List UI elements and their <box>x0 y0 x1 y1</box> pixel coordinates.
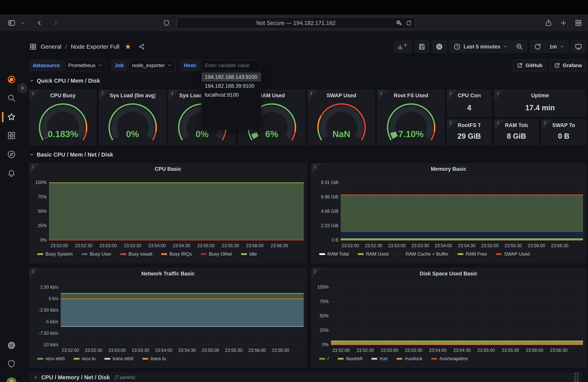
host-variable-input[interactable] <box>201 60 261 71</box>
refresh-button[interactable] <box>530 41 545 53</box>
legend-item[interactable]: recv eth0 <box>37 356 65 361</box>
add-panel-button[interactable] <box>394 41 412 53</box>
tab-overview-icon[interactable] <box>575 19 582 27</box>
panel-info-corner[interactable] <box>542 120 552 130</box>
translate-icon[interactable] <box>396 20 403 26</box>
browser-back-icon[interactable] <box>36 20 43 26</box>
plot-area[interactable] <box>61 287 304 345</box>
panel-info-corner[interactable] <box>447 120 458 130</box>
legend-item[interactable]: trans lo <box>142 356 166 361</box>
grafana-logo-icon[interactable] <box>6 74 17 85</box>
panel-info-corner[interactable] <box>312 268 322 278</box>
info-icon: i <box>314 269 315 274</box>
row-basic-cpu-mem-net-disk[interactable]: Basic CPU / Mem / Net / Disk <box>29 151 586 158</box>
panel-title[interactable]: Sys Load (5m avg) <box>110 93 155 99</box>
row-drag-handle[interactable] <box>574 373 578 382</box>
y-axis-label: 0 B <box>314 237 338 243</box>
legend-item[interactable]: Busy User <box>82 251 111 257</box>
zoom-out-button[interactable] <box>512 41 527 53</box>
legend-item[interactable]: /run/snapd/ns <box>431 356 468 361</box>
save-dashboard-button[interactable] <box>414 41 429 53</box>
sidebar-item-explore[interactable] <box>6 149 17 159</box>
legend-item[interactable]: RAM Used <box>358 251 388 257</box>
legend-item[interactable]: RAM Total <box>319 251 349 257</box>
plot-area[interactable] <box>341 183 583 240</box>
search-icon[interactable] <box>6 93 17 103</box>
legend-item[interactable]: trans eth0 <box>105 356 133 361</box>
breadcrumb-folder[interactable]: General <box>41 43 62 50</box>
collapsed-row-cpu-memory-net-disk[interactable]: CPU / Memory / Net / Disk (7 panels) <box>29 373 582 382</box>
legend-item[interactable]: Busy IRQs <box>161 251 192 257</box>
panel-info-corner[interactable] <box>494 120 505 130</box>
panel-title[interactable]: CPU Basic <box>40 166 296 172</box>
breadcrumb-title[interactable]: Node Exporter Full <box>71 43 119 50</box>
panel-title[interactable]: Network Traffic Basic <box>40 271 296 277</box>
panel-title[interactable]: CPU Cores <box>458 93 481 99</box>
x-axis-label: 23:52:00 <box>332 348 350 353</box>
new-tab-icon[interactable] <box>560 20 567 26</box>
host-option[interactable]: localhost:9100 <box>202 90 261 99</box>
sidebar-item-alerting[interactable] <box>6 168 17 178</box>
panel-title[interactable]: Root FS Used <box>388 93 434 99</box>
panel-title[interactable]: CPU Busy <box>40 93 86 99</box>
dashboard-settings-button[interactable] <box>432 41 447 53</box>
legend-item[interactable]: RAM Free <box>458 251 487 257</box>
legend-item[interactable]: /run <box>371 356 388 361</box>
panel-title[interactable]: SWAP Used <box>318 93 364 99</box>
host-option[interactable]: 194.182.168.39:9100 <box>202 82 261 90</box>
sidebar-item-dashboards[interactable] <box>6 130 17 141</box>
panel-title[interactable]: SWAP To... <box>552 122 575 128</box>
variable-job-value[interactable]: node_exporter <box>128 60 175 71</box>
legend-item[interactable]: /boot/efi <box>338 356 362 361</box>
legend-item[interactable]: Busy System <box>37 251 73 257</box>
panel-title[interactable]: RootFS T... <box>458 122 481 128</box>
legend-item[interactable]: RAM Cache + Buffer <box>398 251 448 257</box>
legend-item[interactable]: /run/lock <box>397 356 422 361</box>
legend-swatch <box>74 358 80 360</box>
legend-item[interactable]: Busy Iowait <box>120 251 152 257</box>
row-quick-cpu-mem-disk[interactable]: Quick CPU / Mem / Disk <box>29 77 586 84</box>
host-option[interactable]: 194.182.168.143:9100 <box>202 73 261 82</box>
y-axis-label: 2.33 GiB <box>314 223 338 228</box>
sidebar-item-starred[interactable] <box>6 112 17 122</box>
x-axis-label: 23:55:30 <box>222 243 239 248</box>
reload-icon[interactable] <box>405 20 412 26</box>
panel-info-corner[interactable] <box>312 163 322 174</box>
avatar[interactable] <box>6 377 17 382</box>
sidebar-item-server-admin[interactable] <box>6 359 17 369</box>
legend-item[interactable]: / <box>319 356 329 361</box>
sidebar-expand-button[interactable] <box>18 83 28 93</box>
browser-forward-icon[interactable] <box>52 20 59 26</box>
privacy-shield-icon[interactable] <box>163 20 170 26</box>
browser-sidebar-toggle-icon[interactable] <box>8 19 16 27</box>
dashboards-grid-icon[interactable] <box>29 43 37 50</box>
favorite-star-icon[interactable] <box>125 43 131 50</box>
legend-item[interactable]: Busy Other <box>201 251 232 257</box>
panel-title[interactable]: Disk Space Used Basic <box>322 271 575 277</box>
plot-area[interactable] <box>331 287 583 345</box>
legend-item[interactable]: Idle <box>241 251 257 257</box>
legend-item[interactable]: recv lo <box>74 356 96 361</box>
plot-area[interactable] <box>49 183 304 240</box>
github-link-button[interactable]: GitHub <box>513 60 546 71</box>
legend-item[interactable]: SWAP Used <box>496 251 530 257</box>
panel-title[interactable]: RAM Total <box>505 122 528 128</box>
share-dashboard-icon[interactable] <box>138 43 145 50</box>
panel-info-corner[interactable] <box>30 268 40 278</box>
cycle-view-mode-button[interactable] <box>571 41 586 53</box>
panel-title[interactable]: Uptime <box>505 93 575 99</box>
time-range-button[interactable]: Last 5 minutes <box>450 41 512 53</box>
sidebar-item-configuration[interactable] <box>6 340 17 350</box>
window-top-strip <box>0 0 588 14</box>
browser-url-bar[interactable]: Not Secure — 194.182.171.162 <box>176 17 416 29</box>
panel-info-corner[interactable] <box>494 90 505 100</box>
panel-title[interactable]: Memory Basic <box>322 166 575 172</box>
variable-datasource-value[interactable]: Prometheus <box>64 60 106 71</box>
browser-sidebar-chevron-icon[interactable] <box>21 21 25 25</box>
panel-info-corner[interactable] <box>447 90 458 100</box>
gridline-vertical <box>438 287 438 345</box>
refresh-interval-button[interactable]: 1m <box>545 41 568 53</box>
share-icon[interactable] <box>545 19 552 27</box>
panel-info-corner[interactable] <box>30 163 40 174</box>
grafana-link-button[interactable]: Grafana <box>550 60 586 71</box>
